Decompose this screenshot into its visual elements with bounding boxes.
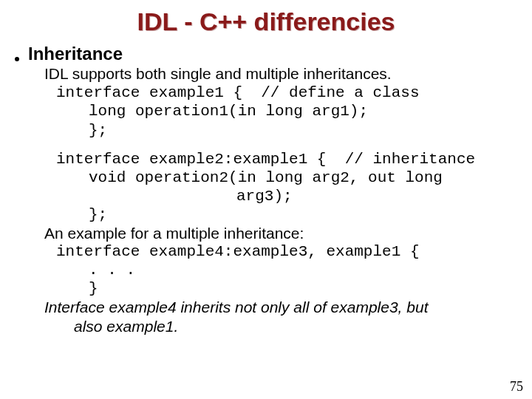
intro-text: IDL supports both single and multiple in… [44,64,517,83]
multiple-inheritance-label: An example for a multiple inheritance: [44,225,517,242]
slide-title: IDL - C++ differencies [0,0,532,41]
code-block2-line2: void operation2(in long arg2, out long [89,168,517,187]
conclusion-text: Interface example4 inherits not only all… [44,298,517,337]
code-block1-line1: interface example1 { // define a class [56,83,517,102]
code-block2-line4: }; [89,205,517,224]
bullet-dot-icon [15,57,19,61]
bullet-inheritance: Inheritance [15,44,517,64]
code-block2-line1: interface example2:example1 { // inherit… [56,150,517,168]
slide-body: Inheritance IDL supports both single and… [0,44,532,337]
conclusion-line1: Interface example4 inherits not only all… [44,299,428,316]
code-block3-line2: . . . [89,261,517,279]
code-block1-line2: long operation1(in long arg1); [89,102,517,120]
page-number: 75 [510,379,523,395]
conclusion-line2: also example1. [74,317,517,336]
code-block3-line3: } [89,279,517,298]
spacer [15,140,517,150]
bullet-label: Inheritance [28,44,123,64]
slide: IDL - C++ differencies Inheritance IDL s… [0,0,532,399]
code-block1-line3: }; [89,121,517,140]
code-block2-line3: arg3); [236,187,517,205]
code-block3-line1: interface example4:example3, example1 { [56,242,517,261]
